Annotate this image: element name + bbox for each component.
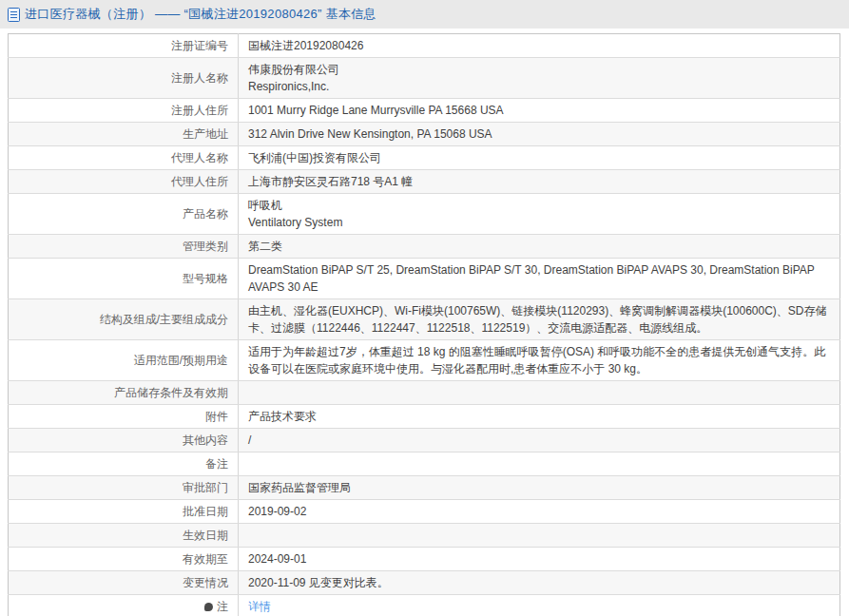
- row-value: [239, 452, 840, 476]
- info-table: 注册证编号国械注进20192080426注册人名称伟康股份有限公司Respiro…: [8, 33, 840, 616]
- row-value: 国家药品监督管理局: [239, 476, 840, 500]
- row-value: 312 Alvin Drive New Kensington, PA 15068…: [239, 123, 840, 146]
- row-value: 伟康股份有限公司Respironics,Inc.: [239, 58, 840, 99]
- row-value-line: 伟康股份有限公司: [248, 61, 830, 78]
- table-row: 生效日期: [9, 524, 840, 548]
- table-row: 有效期至2024-09-01: [9, 548, 840, 571]
- table-row: 适用范围/预期用途适用于为年龄超过7岁，体重超过 18 kg 的阻塞性睡眠呼吸暂…: [9, 340, 840, 381]
- row-label: 注册人住所: [9, 99, 239, 123]
- row-value: 国械注进20192080426: [239, 34, 840, 58]
- row-value: 2020-11-09 见变更对比表。: [239, 571, 840, 595]
- row-value: 详情: [239, 595, 840, 616]
- row-value-line: 适用于为年龄超过7岁，体重超过 18 kg 的阻塞性睡眠呼吸暂停(OSA) 和呼…: [248, 343, 830, 377]
- row-label: 生产地址: [9, 123, 239, 146]
- row-value: [239, 381, 840, 405]
- table-row: 备注: [9, 452, 840, 476]
- table-row: 生产地址312 Alvin Drive New Kensington, PA 1…: [9, 123, 840, 146]
- row-value-line: 飞利浦(中国)投资有限公司: [248, 149, 830, 166]
- row-value-line: 2019-09-02: [248, 503, 830, 520]
- row-value: 2019-09-02: [239, 500, 840, 524]
- table-row: 注册人名称伟康股份有限公司Respironics,Inc.: [9, 58, 840, 99]
- row-label: 代理人住所: [9, 170, 239, 194]
- table-row: 审批部门国家药品监督管理局: [9, 476, 840, 500]
- row-label: 变更情况: [9, 571, 239, 595]
- row-label: 备注: [9, 452, 239, 476]
- row-label: 型号规格: [9, 259, 239, 299]
- row-label: 注册人名称: [9, 58, 239, 99]
- row-value-line: 1001 Murry Ridge Lane Murrysville PA 156…: [248, 102, 830, 119]
- row-label: 管理类别: [9, 235, 239, 259]
- document-icon: [8, 8, 20, 22]
- table-row: 结构及组成/主要组成成分由主机、湿化器(EUXHCP)、Wi-Fi模块(1007…: [9, 299, 840, 340]
- table-row: 其他内容/: [9, 429, 840, 452]
- table-row: 变更情况2020-11-09 见变更对比表。: [9, 571, 840, 595]
- row-value: 适用于为年龄超过7岁，体重超过 18 kg 的阻塞性睡眠呼吸暂停(OSA) 和呼…: [239, 340, 840, 381]
- page-title: 进口医疗器械（注册） —— “国械注进20192080426” 基本信息: [25, 6, 376, 23]
- row-label: 产品储存条件及有效期: [9, 381, 239, 405]
- row-value: 上海市静安区灵石路718 号A1 幢: [239, 170, 840, 194]
- row-value: 由主机、湿化器(EUXHCP)、Wi-Fi模块(100765W)、链接模块(11…: [239, 299, 840, 340]
- page-header: 进口医疗器械（注册） —— “国械注进20192080426” 基本信息: [0, 0, 849, 29]
- row-value-line: 国械注进20192080426: [248, 37, 830, 54]
- table-row: 注册证编号国械注进20192080426: [9, 34, 840, 58]
- row-value-line: DreamStation BiPAP S/T 25, DreamStation …: [248, 261, 830, 296]
- row-value-line: 2020-11-09 见变更对比表。: [248, 574, 830, 591]
- row-value-line: 产品技术要求: [248, 408, 830, 425]
- row-value: [239, 524, 840, 548]
- table-row: 产品储存条件及有效期: [9, 381, 840, 405]
- row-value-empty: [248, 527, 830, 544]
- row-value: 1001 Murry Ridge Lane Murrysville PA 156…: [239, 99, 840, 123]
- row-value: 呼吸机Ventilatory System: [239, 194, 840, 235]
- row-value-line: 2024-09-01: [248, 550, 830, 568]
- row-label: 代理人名称: [9, 146, 239, 170]
- row-value: DreamStation BiPAP S/T 25, DreamStation …: [239, 259, 840, 299]
- row-value-line: 国家药品监督管理局: [248, 479, 830, 496]
- row-label: 有效期至: [9, 548, 239, 571]
- row-value-line: Respironics,Inc.: [248, 78, 830, 95]
- table-row: 产品名称呼吸机Ventilatory System: [9, 194, 840, 235]
- row-value-line: 呼吸机: [248, 197, 830, 214]
- row-value: /: [239, 429, 840, 452]
- row-label: 批准日期: [9, 500, 239, 524]
- table-row: 代理人住所上海市静安区灵石路718 号A1 幢: [9, 170, 840, 194]
- table-row: 管理类别第二类: [9, 235, 840, 259]
- row-label: 注册证编号: [9, 34, 239, 58]
- table-row: 批准日期2019-09-02: [9, 500, 840, 524]
- row-value: 2024-09-01: [239, 548, 840, 571]
- info-table-body: 注册证编号国械注进20192080426注册人名称伟康股份有限公司Respiro…: [9, 34, 840, 616]
- row-value-line: 第二类: [248, 238, 830, 255]
- row-value: 第二类: [239, 235, 840, 259]
- details-link[interactable]: 详情: [248, 600, 271, 613]
- row-value-line: 上海市静安区灵石路718 号A1 幢: [248, 173, 830, 190]
- row-value-line: 312 Alvin Drive New Kensington, PA 15068…: [248, 125, 830, 143]
- row-value-empty: [248, 455, 830, 472]
- row-label: 生效日期: [9, 524, 239, 548]
- note-icon: [204, 603, 213, 611]
- table-row: 附件产品技术要求: [9, 405, 840, 429]
- row-value-empty: [248, 384, 830, 401]
- row-label: 附件: [9, 405, 239, 429]
- row-value: 飞利浦(中国)投资有限公司: [239, 146, 840, 170]
- row-value: 产品技术要求: [239, 405, 840, 429]
- row-value-line: /: [248, 432, 830, 449]
- row-label: 适用范围/预期用途: [9, 340, 239, 381]
- row-label: 产品名称: [9, 194, 239, 235]
- row-value-line: Ventilatory System: [248, 214, 830, 231]
- row-value-line: 由主机、湿化器(EUXHCP)、Wi-Fi模块(100765W)、链接模块(11…: [248, 302, 830, 337]
- row-label: 注: [9, 595, 239, 616]
- row-label: 结构及组成/主要组成成分: [9, 299, 239, 340]
- table-row: 注册人住所1001 Murry Ridge Lane Murrysville P…: [9, 99, 840, 123]
- row-label: 审批部门: [9, 476, 239, 500]
- table-row: 代理人名称飞利浦(中国)投资有限公司: [9, 146, 840, 170]
- row-label: 其他内容: [9, 429, 239, 452]
- table-row: 型号规格DreamStation BiPAP S/T 25, DreamStat…: [9, 259, 840, 299]
- table-row: 注详情: [9, 595, 840, 616]
